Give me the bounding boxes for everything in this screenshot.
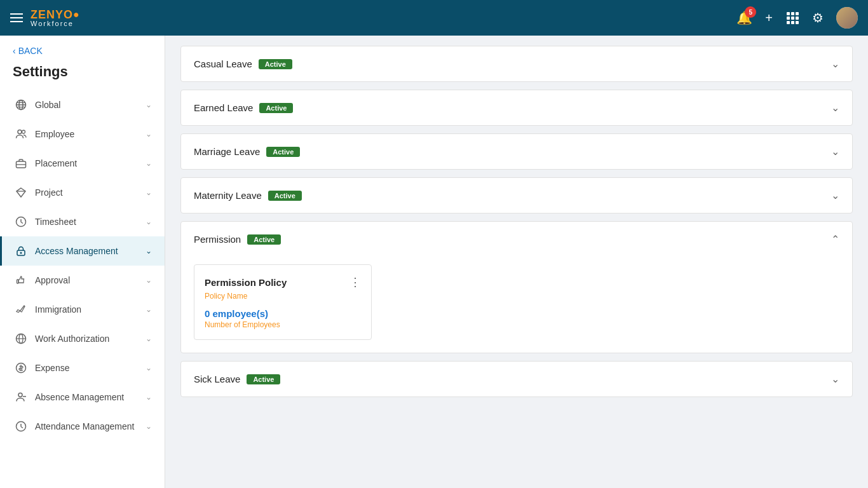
sick-leave-status-badge: Active: [247, 374, 280, 384]
svg-point-24: [20, 252, 22, 254]
sidebar-item-global[interactable]: Global ⌄: [0, 90, 165, 119]
sidebar-item-access-management[interactable]: Access Management ⌄: [0, 236, 165, 266]
main-content: Casual Leave Active ⌄ Earned Leave Activ…: [165, 36, 868, 488]
svg-rect-5: [796, 17, 799, 20]
sidebar-item-attendance-management[interactable]: Attendance Management ⌄: [0, 412, 165, 441]
svg-rect-1: [791, 12, 794, 15]
back-label: BACK: [18, 46, 43, 56]
marriage-leave-title: Marriage Leave Active: [194, 146, 831, 157]
sidebar-item-immigration[interactable]: Immigration ⌄: [0, 295, 165, 324]
sidebar-item-expense[interactable]: Expense ⌄: [0, 353, 165, 383]
svg-rect-3: [787, 17, 790, 20]
sidebar-item-work-authorization-label: Work Authorization: [35, 334, 138, 344]
chevron-down-icon: ⌄: [146, 100, 152, 109]
svg-rect-4: [791, 17, 794, 20]
permission-header[interactable]: Permission Active ⌃: [181, 222, 852, 257]
policy-card-header: Permission Policy ⋮: [205, 275, 361, 289]
sidebar-item-expense-label: Expense: [35, 363, 138, 373]
chevron-down-icon: ⌄: [146, 217, 152, 226]
plane-icon: [15, 303, 27, 316]
permission-status-badge: Active: [247, 234, 281, 245]
marriage-leave-status-badge: Active: [266, 147, 300, 157]
chevron-down-icon: ⌄: [146, 159, 152, 168]
notification-badge: 5: [745, 6, 756, 18]
sidebar-item-approval[interactable]: Approval ⌄: [0, 266, 165, 295]
maternity-leave-title: Maternity Leave Active: [194, 190, 831, 201]
notification-button[interactable]: 🔔 5: [736, 10, 752, 25]
sidebar-item-global-label: Global: [35, 100, 138, 110]
sidebar-nav: Global ⌄ Employee ⌄: [0, 90, 165, 488]
sidebar-item-approval-label: Approval: [35, 275, 138, 285]
globe-check-icon: [15, 332, 27, 345]
thumbsup-icon: [15, 274, 27, 287]
svg-point-15: [22, 130, 25, 133]
people-icon: [15, 128, 27, 140]
sidebar-item-attendance-management-label: Attendance Management: [35, 421, 138, 431]
main-layout: ‹ BACK Settings Global ⌄: [0, 36, 868, 488]
chevron-down-icon: ⌄: [146, 363, 152, 372]
svg-rect-8: [796, 21, 799, 24]
sidebar-item-project[interactable]: Project ⌄: [0, 178, 165, 207]
earned-leave-status-badge: Active: [259, 103, 293, 113]
sidebar-item-work-authorization[interactable]: Work Authorization ⌄: [0, 324, 165, 353]
sidebar-item-immigration-label: Immigration: [35, 304, 138, 315]
sidebar-item-access-management-label: Access Management: [35, 246, 138, 256]
apps-grid-icon[interactable]: [785, 11, 799, 25]
clock-icon: [15, 215, 27, 228]
three-dot-menu[interactable]: ⋮: [349, 275, 361, 289]
logo-dot: ●: [73, 10, 79, 20]
policy-employees-count: 0 employee(s): [205, 308, 361, 319]
logo-workforce: Workforce: [31, 20, 79, 27]
sick-leave-card[interactable]: Sick Leave Active ⌄: [180, 361, 853, 397]
sidebar-item-placement[interactable]: Placement ⌄: [0, 149, 165, 178]
svg-line-22: [21, 222, 23, 224]
svg-point-14: [18, 130, 22, 134]
policy-employees-label: Number of Employees: [205, 320, 361, 329]
sidebar-item-project-label: Project: [35, 187, 138, 198]
sidebar-item-timesheet-label: Timesheet: [35, 217, 138, 227]
expand-icon: ⌄: [831, 189, 839, 201]
user-avatar[interactable]: [836, 7, 858, 29]
dollar-icon: [15, 362, 27, 374]
policy-card: Permission Policy ⋮ Policy Name 0 employ…: [194, 264, 372, 340]
chevron-down-icon: ⌄: [146, 393, 152, 402]
chevron-down-icon: ⌄: [146, 188, 152, 197]
sidebar-item-placement-label: Placement: [35, 158, 138, 168]
permission-title: Permission Active: [194, 234, 831, 245]
back-arrow-icon: ‹: [13, 46, 16, 56]
back-button[interactable]: ‹ BACK: [0, 36, 165, 61]
chevron-down-icon: ⌄: [146, 247, 152, 255]
briefcase-icon: [15, 157, 27, 170]
clock-check-icon: [15, 420, 27, 433]
policy-name: Permission Policy: [205, 277, 287, 288]
expand-icon: ⌄: [831, 146, 839, 158]
sidebar-item-absence-management[interactable]: Absence Management ⌄: [0, 383, 165, 412]
casual-leave-title: Casual Leave Active: [194, 58, 831, 69]
chevron-down-icon: ⌄: [146, 334, 152, 343]
svg-rect-7: [791, 21, 794, 24]
settings-gear-icon[interactable]: ⚙: [812, 10, 824, 25]
earned-leave-card[interactable]: Earned Leave Active ⌄: [180, 90, 853, 126]
logo-zenyo: ZENYO: [31, 9, 73, 20]
hamburger-menu[interactable]: [10, 13, 23, 22]
chevron-down-icon: ⌄: [146, 305, 152, 314]
svg-rect-2: [796, 12, 799, 15]
sidebar-item-timesheet[interactable]: Timesheet ⌄: [0, 207, 165, 236]
permission-card: Permission Active ⌃ Permission Policy ⋮ …: [180, 221, 853, 353]
sidebar: ‹ BACK Settings Global ⌄: [0, 36, 165, 488]
svg-rect-25: [17, 280, 19, 283]
app-logo: ZENYO● Workforce: [31, 9, 79, 27]
earned-leave-title: Earned Leave Active: [194, 102, 831, 113]
casual-leave-card[interactable]: Casual Leave Active ⌄: [180, 46, 853, 82]
expand-icon: ⌄: [831, 102, 839, 114]
maternity-leave-card[interactable]: Maternity Leave Active ⌄: [180, 177, 853, 214]
marriage-leave-card[interactable]: Marriage Leave Active ⌄: [180, 133, 853, 170]
sidebar-item-employee[interactable]: Employee ⌄: [0, 119, 165, 149]
sidebar-item-employee-label: Employee: [35, 129, 138, 139]
add-button[interactable]: +: [765, 11, 773, 25]
svg-marker-18: [17, 188, 25, 197]
svg-line-35: [21, 427, 23, 428]
sidebar-item-absence-management-label: Absence Management: [35, 392, 138, 402]
policy-name-label: Policy Name: [205, 292, 361, 301]
sick-leave-title: Sick Leave Active: [194, 374, 831, 384]
